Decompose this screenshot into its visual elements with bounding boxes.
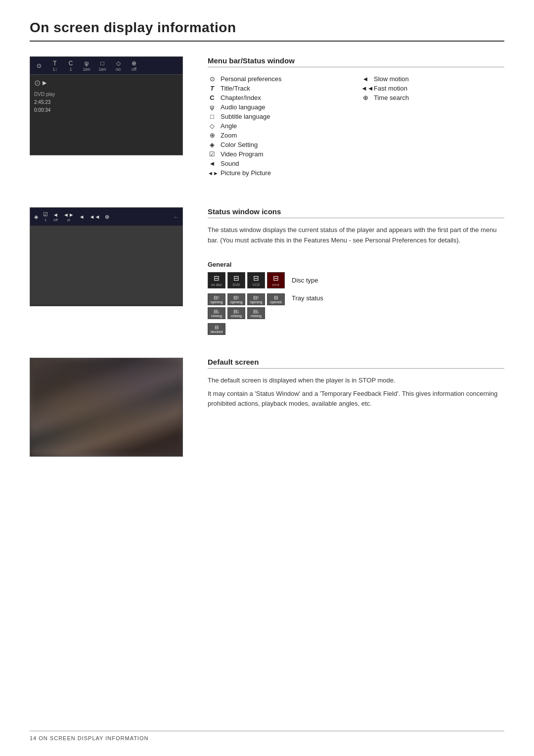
menu-bar-zoom: ⊕ off: [129, 60, 139, 72]
menu-items-right-col: ◄ Slow motion ◄◄ Fast motion ⊕ Time sear…: [361, 74, 504, 178]
disc-icons-row: ⊟ no disc ⊟ DVD ⊟ VCD ⊟ error Disc type: [208, 272, 504, 288]
personal-icon: ⊙: [37, 62, 42, 69]
menu-bar-title: T 1↕: [50, 60, 60, 72]
status-screen: ◈ ☑ 1 ◄ off ◄► st ◄ ◄◄: [30, 207, 183, 306]
tray-icons-col: ⊟↑ opening ⊟↑ opening ⊟↑ opening ⊟: [208, 293, 285, 335]
menu-item-time-search: ⊕ Time search: [361, 93, 504, 102]
section2-header: Status window icons: [208, 207, 504, 218]
angle-menu-icon: ◇: [208, 122, 217, 130]
menu-item-video-prog: ☑ Video Program: [208, 149, 351, 159]
audio-val: 1en: [83, 67, 90, 72]
tray-blocked: ⊟ blocked: [208, 323, 225, 335]
dvd-time1: 2:45:23: [34, 98, 55, 106]
slow-motion-label: Slow motion: [374, 75, 409, 83]
tray-opening-2: ⊟↑ opening: [227, 293, 245, 305]
disc-icon-nodisc: ⊟ no disc: [208, 272, 225, 288]
subtitle-val: 1en: [98, 67, 106, 72]
menu-items-grid: ⊙ Personal preferences T Title/Track C C…: [208, 74, 504, 178]
dvd-screen: ⊙ T 1↕ C 1 ψ 1en □ 1en: [30, 56, 183, 155]
status-bar: ◈ ☑ 1 ◄ off ◄► st ◄ ◄◄: [30, 208, 182, 226]
menu-item-color: ◈ Color Setting: [208, 140, 351, 149]
menu-item-angle: ◇ Angle: [208, 121, 351, 131]
dvd-time2: 0:00:34: [34, 106, 55, 114]
tray-closing-2: ⊟↓ closing: [227, 307, 245, 319]
status-icons-section: General ⊟ no disc ⊟ DVD ⊟ VCD ⊟ error: [208, 261, 504, 335]
video-program-label: Video Program: [221, 150, 263, 158]
menu-bar-personal: ⊙: [34, 62, 44, 69]
menu-item-slow: ◄ Slow motion: [361, 74, 504, 84]
status-arrow-left: ←: [174, 214, 178, 220]
status-sound-icon: ◄: [53, 212, 58, 218]
status-item-color: ◈: [34, 214, 38, 220]
menu-bar-chapter: C 1: [66, 60, 76, 72]
tray-closing-3: ⊟↓ closing: [247, 307, 265, 319]
menu-bar-subtitle: □ 1en: [97, 60, 107, 72]
tray-opened: ⊟ opened: [267, 293, 285, 305]
menu-item-audio-lang: ψ Audio language: [208, 102, 351, 112]
footer-text: 14 ON SCREEN DISPLAY INFORMATION: [30, 735, 148, 741]
disc-icon-vcd: ⊟ VCD: [247, 272, 265, 288]
menu-items-left-col: ⊙ Personal preferences T Title/Track C C…: [208, 74, 351, 178]
tray-status-label: Tray status: [292, 294, 323, 302]
status-item-time: ⊕: [105, 214, 109, 220]
time-search-label: Time search: [374, 94, 409, 101]
zoom-icon: ⊕: [132, 60, 136, 67]
footer: 14 ON SCREEN DISPLAY INFORMATION: [30, 731, 504, 741]
status-item-pbp: ◄► st: [63, 212, 74, 222]
tray-opening-1: ⊟↑ opening: [208, 293, 225, 305]
menu-bar-description: Menu bar/Status window ⊙ Personal prefer…: [208, 56, 504, 188]
status-time-icon: ⊕: [105, 214, 109, 220]
audio-lang-label: Audio language: [221, 103, 265, 111]
video-program-icon: ☑: [208, 150, 217, 158]
angle-val: no: [116, 67, 121, 72]
subtitle-lang-icon: □: [208, 113, 217, 120]
status-item-slow: ◄: [79, 214, 85, 220]
title-icon: T: [53, 60, 56, 67]
menu-item-chapter: C Chapter/Index: [208, 93, 351, 102]
menu-item-subtitle-lang: □ Subtitle language: [208, 112, 351, 121]
tray-opening-3: ⊟↑ opening: [247, 293, 265, 305]
title-track-label: Title/Track: [221, 85, 250, 92]
subtitle-lang-label: Subtitle language: [221, 113, 270, 120]
status-item-fast: ◄◄: [89, 214, 100, 220]
status-pbp-icon: ◄►: [63, 212, 74, 218]
title-val: 1↕: [52, 67, 57, 72]
status-content-area: [30, 226, 182, 305]
fast-motion-label: Fast motion: [374, 85, 407, 92]
chapter-index-icon: C: [208, 94, 217, 101]
chapter-val: 1: [69, 67, 72, 72]
menu-item-title: T Title/Track: [208, 84, 351, 93]
angle-label: Angle: [221, 122, 237, 130]
section-default-screen: Default screen The default screen is dis…: [30, 358, 504, 457]
tray-opening-row: ⊟↑ opening ⊟↑ opening ⊟↑ opening ⊟: [208, 293, 285, 305]
title-track-icon: T: [208, 85, 217, 92]
status-slow-icon: ◄: [79, 214, 85, 220]
page-title: On screen display information: [30, 20, 504, 42]
zoom-val: off: [132, 67, 136, 72]
status-description: The status window displays the current s…: [208, 225, 504, 246]
status-video-icon: ☑: [43, 211, 48, 218]
default-screen-image: [30, 358, 183, 457]
menu-item-zoom: ⊕ Zoom: [208, 131, 351, 140]
status-color-icon: ◈: [34, 214, 38, 220]
color-setting-icon: ◈: [208, 141, 217, 148]
personal-pref-icon: ⊙: [208, 75, 217, 83]
menu-bar-angle: ◇ no: [113, 60, 123, 72]
status-item-video: ☑ 1: [43, 211, 48, 222]
section3-header: Default screen: [208, 358, 504, 369]
chapter-index-label: Chapter/Index: [221, 94, 261, 101]
tray-closing-1: ⊟↓ closing: [208, 307, 225, 319]
slow-motion-icon: ◄: [361, 75, 370, 83]
general-label: General: [208, 261, 504, 268]
section1-header: Menu bar/Status window: [208, 56, 504, 67]
disc-type-label: Disc type: [292, 277, 318, 284]
menu-item-fast: ◄◄ Fast motion: [361, 84, 504, 93]
personal-pref-label: Personal preferences: [221, 75, 282, 83]
dvd-side-info: ⊙ ▶ DVD play 2:45:23 0:00:34: [34, 77, 55, 114]
disc-icon-error: ⊟ error: [267, 272, 285, 288]
section-menu-bar: ⊙ T 1↕ C 1 ψ 1en □ 1en: [30, 56, 504, 188]
sound-label: Sound: [221, 160, 239, 167]
tray-closing-row: ⊟↓ closing ⊟↓ closing ⊟↓ closing: [208, 307, 285, 319]
tray-icons-row: ⊟↑ opening ⊟↑ opening ⊟↑ opening ⊟: [208, 293, 504, 335]
disc-icon-dvd: ⊟ DVD: [227, 272, 245, 288]
